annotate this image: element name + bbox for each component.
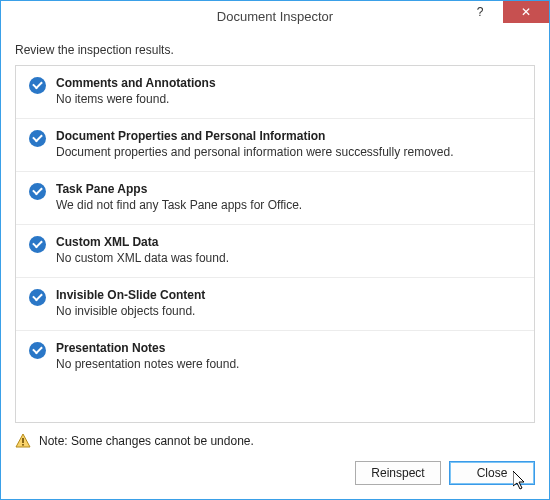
results-list: Comments and Annotations No items were f… bbox=[15, 65, 535, 423]
result-item: Custom XML Data No custom XML data was f… bbox=[16, 225, 534, 278]
check-icon bbox=[29, 236, 46, 253]
result-desc: No invisible objects found. bbox=[56, 304, 524, 318]
footer: Note: Some changes cannot be undone. Rei… bbox=[1, 423, 549, 499]
result-title: Document Properties and Personal Informa… bbox=[56, 129, 524, 143]
result-desc: We did not find any Task Pane apps for O… bbox=[56, 198, 524, 212]
result-title: Presentation Notes bbox=[56, 341, 524, 355]
result-item: Task Pane Apps We did not find any Task … bbox=[16, 172, 534, 225]
result-title: Custom XML Data bbox=[56, 235, 524, 249]
result-item: Document Properties and Personal Informa… bbox=[16, 119, 534, 172]
check-icon bbox=[29, 183, 46, 200]
result-desc: No custom XML data was found. bbox=[56, 251, 524, 265]
result-title: Invisible On-Slide Content bbox=[56, 288, 524, 302]
close-icon: ✕ bbox=[521, 5, 531, 19]
note-line: Note: Some changes cannot be undone. bbox=[15, 433, 535, 449]
svg-rect-1 bbox=[22, 438, 24, 443]
result-desc: Document properties and personal informa… bbox=[56, 145, 524, 159]
window-close-button[interactable]: ✕ bbox=[503, 1, 549, 23]
titlebar-controls: ? ✕ bbox=[457, 1, 549, 31]
result-item: Comments and Annotations No items were f… bbox=[16, 66, 534, 119]
result-item: Invisible On-Slide Content No invisible … bbox=[16, 278, 534, 331]
button-row: Reinspect Close bbox=[15, 461, 535, 485]
check-icon bbox=[29, 342, 46, 359]
content-area: Review the inspection results. Comments … bbox=[1, 31, 549, 423]
result-title: Task Pane Apps bbox=[56, 182, 524, 196]
warning-icon bbox=[15, 433, 31, 449]
help-icon: ? bbox=[477, 5, 484, 19]
help-button[interactable]: ? bbox=[457, 1, 503, 23]
check-icon bbox=[29, 77, 46, 94]
svg-rect-2 bbox=[22, 444, 24, 446]
result-title: Comments and Annotations bbox=[56, 76, 524, 90]
result-desc: No items were found. bbox=[56, 92, 524, 106]
check-icon bbox=[29, 130, 46, 147]
result-item: Presentation Notes No presentation notes… bbox=[16, 331, 534, 383]
note-text: Note: Some changes cannot be undone. bbox=[39, 434, 254, 448]
close-button[interactable]: Close bbox=[449, 461, 535, 485]
titlebar: Document Inspector ? ✕ bbox=[1, 1, 549, 31]
reinspect-button[interactable]: Reinspect bbox=[355, 461, 441, 485]
check-icon bbox=[29, 289, 46, 306]
instruction-text: Review the inspection results. bbox=[15, 43, 535, 57]
dialog-window: Document Inspector ? ✕ Review the inspec… bbox=[0, 0, 550, 500]
result-desc: No presentation notes were found. bbox=[56, 357, 524, 371]
